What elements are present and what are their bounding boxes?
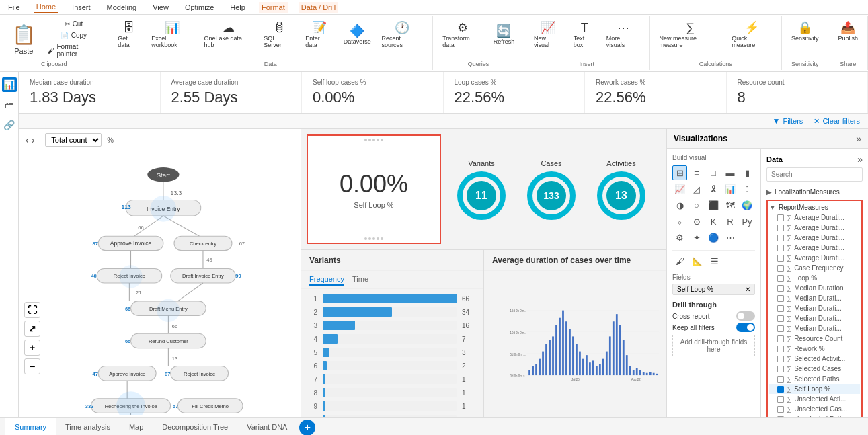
tab-time[interactable]: Time [352,274,368,286]
new-visual-button[interactable]: 📈New visual [530,19,567,51]
excel-button[interactable]: 📊Excel workbook [147,19,197,51]
menu-help[interactable]: Help [227,2,248,13]
menu-modeling[interactable]: Modeling [104,2,140,13]
menu-data-drill[interactable]: Data / Drill [299,2,338,13]
viz-pie-icon[interactable]: ◑ [672,198,687,212]
self-loop-check[interactable] [777,386,784,393]
paste-button[interactable]: 📋 Paste [5,19,42,59]
filters-button[interactable]: ▼ Filters [773,116,803,126]
unsel-cas-check[interactable] [777,406,784,413]
unsel-paths-check[interactable] [777,416,784,418]
viz-bar-icon[interactable]: ▬ [723,165,738,180]
case-freq-check[interactable] [777,265,784,272]
viz-scatter-icon[interactable]: ⁚ [740,182,754,196]
copy-button[interactable]: 📄Copy [45,30,103,40]
loop-check[interactable] [777,275,784,282]
remove-field-icon[interactable]: ✕ [745,286,750,293]
viz-waterfall-icon[interactable]: 📊 [723,182,738,196]
viz-line-icon[interactable]: 📈 [672,182,687,196]
total-count-select[interactable]: Total count [45,133,102,147]
new-measure-button[interactable]: ∑New measure measure [656,19,725,51]
sql-button[interactable]: 🛢SQL Server [260,19,299,51]
paint-brush-icon[interactable]: 🖌 [672,253,687,268]
sidebar-report-icon[interactable]: 📊 [2,77,17,92]
avg-dur-3-check[interactable] [777,235,784,241]
menu-home[interactable]: Home [34,1,58,13]
viz-donut-icon[interactable]: ○ [689,198,704,212]
add-drill-field[interactable]: Add drill-through fields here [672,335,755,356]
median-dur-check[interactable] [777,285,784,292]
selected-cases-check[interactable] [777,366,784,372]
viz-table-icon[interactable]: ⊞ [672,165,687,180]
sidebar-data-icon[interactable]: 🗃 [2,97,17,112]
median-dur-4-check[interactable] [777,315,784,322]
selected-paths-check[interactable] [777,376,784,383]
median-dur-2-check[interactable] [777,295,784,302]
quick-measure-button[interactable]: ⚡Quick measure [727,19,776,51]
viz-ribbon-icon[interactable]: 🎗 [706,182,721,196]
viz-custom-icon[interactable]: ⚙ [672,230,687,245]
viz-funnel-icon[interactable]: ⬦ [672,214,687,229]
keep-filters-toggle[interactable] [736,323,755,332]
expand-button[interactable]: ⤢ [24,321,40,337]
transform-button[interactable]: ⚙Transform data [438,19,487,51]
enter-data-button[interactable]: 📝Enter data [301,19,337,51]
clear-filters-button[interactable]: ✕ Clear filters [814,117,860,126]
cut-button[interactable]: ✂Cut [45,19,103,29]
tab-decomposition[interactable]: Decomposition Tree [153,418,237,435]
tab-time-analysis[interactable]: Time analysis [56,418,120,435]
viz-filled-map-icon[interactable]: 🌍 [740,198,754,212]
expand-data-button[interactable]: » [857,154,863,165]
resource-count-check[interactable] [777,335,784,342]
viz-col-icon[interactable]: ▮ [740,165,754,180]
median-dur-3-check[interactable] [777,305,784,312]
analytics-icon[interactable]: 📐 [690,253,705,268]
avg-dur-1-check[interactable] [777,214,784,221]
tab-map[interactable]: Map [120,418,153,435]
cross-report-toggle[interactable] [736,311,755,321]
menu-format[interactable]: Format [259,2,288,13]
selected-act-check[interactable] [777,356,784,362]
median-dur-5-check[interactable] [777,325,784,332]
menu-insert[interactable]: Insert [69,2,93,13]
viz-ai-icon[interactable]: ✦ [689,230,704,245]
tab-summary[interactable]: Summary [5,418,56,435]
recent-button[interactable]: 🕐Recent sources [378,19,428,51]
more-visuals-button[interactable]: ⋯More visuals [602,19,644,51]
avg-dur-5-check[interactable] [777,255,784,262]
nav-next[interactable]: › [32,134,35,145]
sidebar-model-icon[interactable]: 🔗 [2,118,17,132]
viz-matrix-icon[interactable]: ≡ [689,165,704,180]
viz-slicer-icon[interactable]: R [723,214,738,229]
viz-gauge-icon[interactable]: ⊙ [689,214,704,229]
dataverse-button[interactable]: 🔷Dataverse [340,22,374,48]
zoom-out-button[interactable]: − [24,358,40,374]
self-loop-field[interactable]: Self Loop % ✕ [672,284,755,295]
avg-dur-4-check[interactable] [777,245,784,251]
viz-more-icon[interactable]: ⋯ [723,230,738,245]
onelake-button[interactable]: ☁OneLake data hub [200,19,257,51]
menu-optimize[interactable]: Optimize [182,2,216,13]
viz-area-icon[interactable]: ◿ [689,182,704,196]
viz-map-icon[interactable]: 🗺 [723,198,738,212]
get-data-button[interactable]: 🗄Get data [114,19,145,51]
fit-screen-button[interactable]: ⛶ [24,302,40,318]
format-painter-button[interactable]: 🖌Format painter [45,42,103,59]
localization-group-header[interactable]: ▶ LocalizationMeasures [766,187,863,197]
publish-button[interactable]: 📤Publish [834,19,862,44]
data-search-input[interactable] [766,167,863,182]
viz-decomp-icon[interactable]: 🔵 [706,230,721,245]
viz-treemap-icon[interactable]: ⬛ [706,198,721,212]
menu-view[interactable]: View [150,2,171,13]
zoom-in-button[interactable]: + [24,340,40,356]
fields-icon[interactable]: ☰ [707,253,722,268]
rework-check[interactable] [777,346,784,352]
tab-frequency[interactable]: Frequency [309,274,344,286]
tab-variant-dna[interactable]: Variant DNA [237,418,297,435]
refresh-button[interactable]: 🔄Refresh [489,22,518,48]
report-measures-header[interactable]: ▼ ReportMeasures [769,202,860,212]
viz-card-icon[interactable]: □ [706,165,721,180]
add-tab-button[interactable]: + [299,420,315,436]
unsel-act-check[interactable] [777,396,784,403]
viz-kpi-icon[interactable]: K [706,214,721,229]
